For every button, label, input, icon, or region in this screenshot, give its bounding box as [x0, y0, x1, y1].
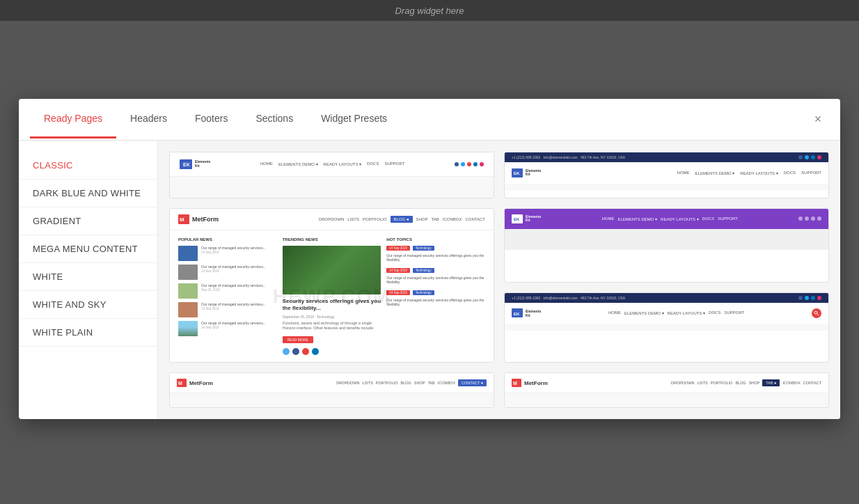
watermark: HEWP.COM [273, 285, 391, 308]
template-card-metform-tab[interactable]: M MetForm DROPDOWN LISTS PORTFOLIO BLOG … [504, 372, 829, 408]
content-area: EK Elements Kit HOME ELEMENTS DEMO ▾ [158, 141, 840, 419]
template-card-metform-contact[interactable]: M MetForm DROPDOWN LISTS PORTFOLIO BLOG … [169, 372, 494, 408]
logo-text: Elements Kit [195, 160, 210, 168]
linkedin-icon [312, 348, 319, 355]
news-thumb [178, 265, 198, 280]
modal-body: CLASSIC DARK BLUE AND WHITE GRADIENT MEG… [19, 141, 840, 419]
sidebar: CLASSIC DARK BLUE AND WHITE GRADIENT MEG… [19, 141, 158, 419]
fp-nav: DROPDOWN LISTS PORTFOLIO BLOG ● SHOP TAB… [319, 216, 485, 223]
ek-logo-icon-2: EK [512, 168, 523, 178]
news-item: Our range of managed security services..… [178, 283, 277, 299]
template-card-purple[interactable]: EK Elements Kit HOME ELEMENTS DEMO ▾ [504, 208, 829, 283]
logo-text-2: Elements Kit [526, 169, 541, 177]
facebook-icon [292, 348, 299, 355]
svg-line-8 [817, 314, 819, 315]
svg-point-7 [814, 311, 817, 314]
ek-logo-purple: EK [512, 214, 523, 223]
topbar-contact-text: +1 (212) 695-1962 info@elementskit.com 4… [512, 155, 625, 159]
tab-headers[interactable]: Headers [116, 100, 181, 139]
drag-hint: Drag widget here [395, 6, 464, 16]
popular-news-col: POPULAR NEWS Our range of managed securi… [178, 237, 277, 355]
preview-nav: HOME ELEMENTS DEMO ▾ READY LAYOUTS ▾ DOC… [260, 162, 404, 166]
preview-logo-3: EK Elements Kit [512, 308, 541, 317]
svg-text:M: M [178, 381, 182, 386]
tab-list: Ready Pages Headers Footers Sections Wid… [30, 100, 807, 139]
news-item: Our range of managed security services..… [178, 246, 277, 261]
template-grid: EK Elements Kit HOME ELEMENTS DEMO ▾ [169, 152, 829, 408]
svg-text:EK: EK [514, 217, 520, 221]
preview-logo-2: EK Elements Kit [512, 168, 541, 178]
sidebar-item-white-sky[interactable]: WHITE AND SKY [19, 291, 157, 319]
tab-widget-presets[interactable]: Widget Presets [307, 100, 401, 139]
modal-header: Ready Pages Headers Footers Sections Wid… [19, 99, 840, 141]
modal: Ready Pages Headers Footers Sections Wid… [19, 99, 840, 419]
news-item: Our range of managed security services..… [178, 302, 277, 317]
svg-text:EK: EK [514, 312, 520, 316]
preview-social [455, 162, 484, 166]
news-thumb [178, 302, 198, 317]
fp-logo-contact: M MetForm [177, 379, 213, 387]
nav-3: HOME ELEMENTS DEMO ▾ READY LAYOUTS ▾ DOC… [608, 310, 744, 315]
svg-text:EK: EK [514, 171, 520, 175]
hot-topic-item: 14 Sep 2019 Technology Our range of mana… [386, 268, 485, 285]
hot-topics-col: HOT TOPICS 14 Sep 2019 Technology Our ra… [386, 237, 485, 355]
template-card-classic-white[interactable]: EK Elements Kit HOME ELEMENTS DEMO ▾ [169, 152, 494, 198]
social-share [283, 348, 381, 355]
sidebar-item-classic[interactable]: CLASSIC [19, 152, 157, 180]
twitter-icon [283, 348, 290, 355]
sidebar-item-dark-blue-white[interactable]: DARK BLUE AND WHITE [19, 180, 157, 207]
tab-footers[interactable]: Footers [181, 100, 242, 139]
preview-nav-2: HOME ELEMENTS DEMO ▾ READY LAYOUTS ▾ DOC… [677, 171, 821, 175]
preview-logo: EK Elements Kit [180, 159, 210, 169]
full-page-content: HEWP.COM POPULAR NEWS Our range of manag… [170, 230, 494, 362]
tab-ready-pages[interactable]: Ready Pages [30, 100, 116, 139]
news-thumb [178, 246, 198, 261]
template-card-dark-blue[interactable]: +1 (212) 695-1962 info@elementskit.com 4… [504, 152, 829, 198]
tab-nav: DROPDOWN LISTS PORTFOLIO BLOG SHOP TAB ●… [671, 379, 821, 386]
topbar-social [798, 155, 821, 159]
ek-logo-3: EK [512, 308, 523, 317]
sidebar-item-mega-menu[interactable]: MEGA MENU CONTENT [19, 235, 157, 263]
purple-social [798, 216, 821, 221]
hot-topic-item: 14 Sep 2019 Technology Our range of mana… [386, 290, 485, 307]
svg-text:M: M [513, 381, 517, 386]
fp-logo: M MetForm [178, 214, 219, 224]
template-card-full-page[interactable]: M MetForm DROPDOWN LISTS PORTFOLIO BLOG … [169, 208, 494, 363]
full-page-header: M MetForm DROPDOWN LISTS PORTFOLIO BLOG … [170, 209, 494, 230]
template-card-dark-search[interactable]: +1 (212) 695-1962 info@elementskit.com 4… [504, 292, 829, 363]
search-icon [812, 308, 821, 318]
topbar-text-2: +1 (212) 695-1962 info@elementskit.com 4… [512, 296, 625, 300]
hot-topic-item: 14 Sep 2019 Technology Our range of mana… [386, 246, 485, 262]
news-thumb [178, 283, 198, 299]
sidebar-item-white-plain[interactable]: WHITE PLAIN [19, 319, 157, 347]
fp-logo-tab: M MetForm [512, 379, 548, 387]
topbar-social-2 [798, 296, 821, 300]
sidebar-item-gradient[interactable]: GRADIENT [19, 207, 157, 235]
sidebar-item-white[interactable]: WHITE [19, 263, 157, 291]
ek-logo-icon: EK [180, 159, 192, 169]
pinterest-icon [302, 348, 309, 355]
svg-text:EK: EK [183, 162, 190, 167]
news-thumb [178, 321, 198, 336]
news-item: Our range of managed security services..… [178, 321, 277, 336]
purple-nav: HOME ELEMENTS DEMO ▾ READY LAYOUTS ▾ DOC… [601, 216, 737, 221]
news-item: Our range of managed security services..… [178, 265, 277, 280]
preview-logo-purple: EK Elements Kit [512, 214, 541, 223]
contact-nav: DROPDOWN LISTS PORTFOLIO BLOG SHOP TAB I… [336, 379, 487, 386]
close-button[interactable]: × [807, 108, 829, 130]
tab-sections[interactable]: Sections [242, 100, 307, 139]
svg-text:M: M [180, 216, 184, 223]
